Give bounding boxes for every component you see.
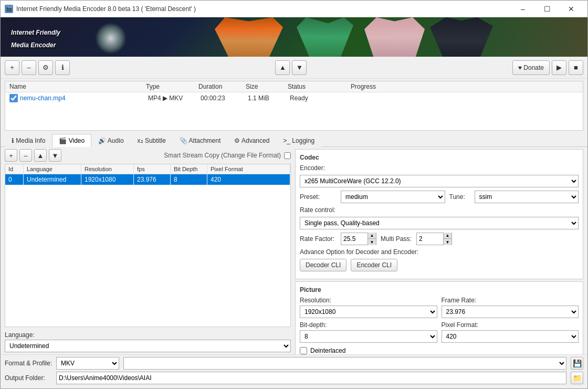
- minimize-button[interactable]: –: [511, 1, 535, 17]
- codec-section: Codec Encoder: x265 MultiCoreWare (GCC 1…: [295, 149, 583, 279]
- tracks-col-pixformat: Pixel Format: [207, 164, 290, 174]
- deinterlaced-checkbox[interactable]: [300, 347, 307, 354]
- profile-dropdown[interactable]: [123, 357, 566, 370]
- track-add-button[interactable]: +: [5, 149, 17, 162]
- track-remove-button[interactable]: –: [19, 149, 32, 162]
- output-row: Output Folder: 📁: [5, 372, 583, 384]
- tab-audio[interactable]: 🔊 Audio: [91, 134, 130, 147]
- multi-pass-up[interactable]: ▲: [443, 233, 452, 239]
- tab-video[interactable]: 🎬 Video: [52, 134, 91, 147]
- tune-label: Tune:: [449, 193, 470, 201]
- maximize-button[interactable]: ☐: [535, 1, 559, 17]
- output-path-field[interactable]: [56, 372, 566, 384]
- bit-depth-dropdown[interactable]: 8: [300, 330, 437, 343]
- multi-pass-spinbox: ▲ ▼: [416, 233, 452, 245]
- file-type: MP4 ▶ MKV: [148, 94, 201, 102]
- resolution-group: Resolution: 1920x1080: [300, 297, 437, 318]
- settings-button[interactable]: ⚙: [38, 60, 53, 75]
- tab-advanced[interactable]: ⚙ Advanced: [227, 134, 276, 147]
- close-button[interactable]: ✕: [559, 1, 583, 17]
- resolution-label: Resolution:: [300, 297, 437, 304]
- tab-audio-label: 🔊 Audio: [98, 137, 123, 144]
- col-type: Type: [146, 83, 198, 90]
- language-dropdown[interactable]: Undetermined: [5, 340, 291, 352]
- multi-pass-down[interactable]: ▼: [443, 239, 452, 245]
- tab-media-info-label: ℹ Media Info: [12, 137, 45, 144]
- track-fps: 23.976: [134, 174, 171, 185]
- pixel-format-label: Pixel Format:: [442, 321, 579, 329]
- right-panel: Codec Encoder: x265 MultiCoreWare (GCC 1…: [295, 149, 583, 352]
- multi-pass-label: Multi Pass:: [381, 235, 412, 243]
- rate-factor-down[interactable]: ▼: [368, 239, 376, 245]
- panel-toolbar: + – ▲ ▼ Smart Stream Copy (Change File F…: [5, 149, 291, 162]
- save-profile-button[interactable]: 💾: [571, 357, 583, 370]
- main-content: + – ▲ ▼ Smart Stream Copy (Change File F…: [1, 147, 587, 354]
- output-label: Output Folder:: [5, 374, 52, 382]
- multi-pass-spinbox-btns: ▲ ▼: [443, 233, 452, 245]
- file-status: Ready: [290, 94, 353, 102]
- file-row[interactable]: nemu-chan.mp4 MP4 ▶ MKV 00:00:23 1.1 MiB…: [5, 92, 583, 104]
- track-down-button[interactable]: ▼: [49, 149, 61, 162]
- tab-logging[interactable]: >_ Logging: [276, 134, 321, 147]
- bottom-bar: Format & Profile: MKV 💾 Output Folder: 📁: [1, 354, 587, 388]
- tab-media-info[interactable]: ℹ Media Info: [5, 134, 52, 147]
- add-button[interactable]: +: [5, 60, 19, 75]
- track-up-button[interactable]: ▲: [34, 149, 47, 162]
- file-checkbox[interactable]: [9, 94, 18, 102]
- move-up-button[interactable]: ▲: [275, 60, 290, 75]
- encoder-dropdown[interactable]: x265 MultiCoreWare (GCC 12.2.0): [300, 175, 579, 187]
- file-duration: 00:00:23: [201, 94, 248, 102]
- info-button[interactable]: ℹ: [55, 60, 70, 75]
- browse-folder-button[interactable]: 📁: [571, 372, 583, 384]
- donate-button[interactable]: ♥ Donate: [512, 60, 550, 75]
- col-duration: Duration: [198, 83, 246, 90]
- picture-section: Picture Resolution: 1920x1080 Frame Rate…: [295, 281, 583, 354]
- app-title-line2: Media Encoder: [11, 41, 56, 49]
- encoder-cli-button[interactable]: Encoder CLI: [351, 259, 397, 271]
- encoder-select-row: x265 MultiCoreWare (GCC 12.2.0): [300, 175, 579, 187]
- app-icon: 🎬: [5, 5, 13, 13]
- pixel-format-group: Pixel Format: 420: [442, 321, 579, 343]
- pixel-format-dropdown[interactable]: 420: [442, 330, 579, 343]
- track-row[interactable]: 0 Undetermined 1920x1080 23.976 8 420: [5, 174, 290, 185]
- play-button[interactable]: ▶: [552, 60, 566, 75]
- col-progress: Progress: [351, 83, 579, 90]
- bit-depth-label: Bit-depth:: [300, 321, 437, 329]
- preset-dropdown[interactable]: medium: [341, 191, 445, 203]
- format-label: Format & Profile:: [5, 360, 52, 367]
- frame-rate-dropdown[interactable]: 23.976: [442, 306, 579, 318]
- tab-logging-label: >_ Logging: [283, 137, 314, 144]
- rate-factor-up[interactable]: ▲: [368, 233, 376, 239]
- tracks-col-language: Language: [24, 164, 81, 174]
- deinterlaced-label: Deinterlaced: [310, 347, 345, 354]
- picture-bitdepth-pixformat: Bit-depth: 8 Pixel Format: 420: [300, 321, 579, 343]
- window-title: Internet Friendly Media Encoder 8.0 beta…: [16, 5, 511, 13]
- file-list-header: Name Type Duration Size Status Progress: [5, 81, 583, 92]
- tune-dropdown[interactable]: ssim: [475, 191, 579, 203]
- resolution-dropdown[interactable]: 1920x1080: [300, 306, 437, 318]
- app-window: 🎬 Internet Friendly Media Encoder 8.0 be…: [0, 0, 588, 389]
- picture-resolution-fps: Resolution: 1920x1080 Frame Rate: 23.976: [300, 297, 579, 318]
- tracks-table: Id Language Resolution fps Bit Depth Pix…: [5, 164, 291, 327]
- remove-button[interactable]: –: [22, 60, 36, 75]
- language-label: Language:: [5, 331, 35, 339]
- rate-factor-input[interactable]: [341, 233, 368, 245]
- multi-pass-input[interactable]: [417, 233, 443, 245]
- left-panel: + – ▲ ▼ Smart Stream Copy (Change File F…: [5, 149, 291, 352]
- tab-subtitle[interactable]: x₂ Subtitle: [131, 134, 173, 147]
- file-name: nemu-chan.mp4: [20, 94, 148, 102]
- stop-button[interactable]: ■: [569, 60, 583, 75]
- app-title: Internet Friendly Media Encoder: [1, 25, 60, 50]
- rate-control-row: Rate control:: [300, 206, 579, 214]
- smart-stream-checkbox[interactable]: [284, 152, 291, 159]
- advance-option-label-row: Advance Option for Decoder and Encoder:: [300, 248, 579, 256]
- format-dropdown[interactable]: MKV: [56, 357, 119, 370]
- move-down-button[interactable]: ▼: [292, 60, 307, 75]
- cli-buttons-row: Decoder CLI Encoder CLI: [300, 259, 579, 271]
- format-row: Format & Profile: MKV 💾: [5, 357, 583, 370]
- smart-stream-option: Smart Stream Copy (Change File Format): [164, 152, 291, 159]
- tab-attachment-label: 📎 Attachment: [180, 137, 220, 144]
- rate-control-dropdown[interactable]: Single pass, Quality-based: [300, 217, 579, 229]
- decoder-cli-button[interactable]: Decoder CLI: [300, 259, 346, 271]
- tab-attachment[interactable]: 📎 Attachment: [173, 134, 227, 147]
